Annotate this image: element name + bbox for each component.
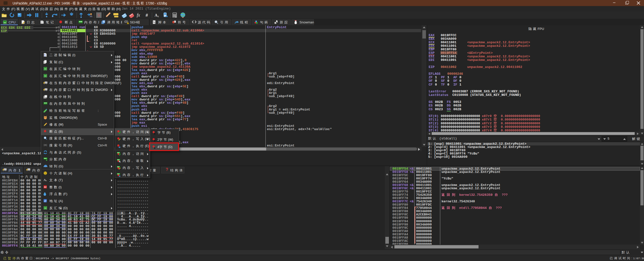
- svg-text:S: S: [97, 13, 100, 18]
- svg-text:10: 10: [44, 55, 46, 57]
- svg-text:@: @: [44, 199, 46, 202]
- svg-text:42: 42: [44, 186, 47, 189]
- svg-text:z: z: [158, 15, 159, 18]
- svg-text:B: B: [154, 133, 155, 135]
- svg-text:32: 32: [44, 68, 47, 70]
- svg-text:A: A: [155, 13, 158, 17]
- svg-text:32: 32: [44, 75, 47, 77]
- svg-text:32: 32: [44, 207, 47, 209]
- svg-text:z: z: [46, 179, 47, 182]
- svg-text:A: A: [44, 178, 46, 182]
- svg-text:W: W: [154, 140, 155, 142]
- svg-text:!: !: [128, 22, 128, 24]
- svg-text:32: 32: [4, 21, 6, 24]
- svg-text:#: #: [146, 13, 148, 18]
- svg-text:fx: fx: [137, 13, 140, 18]
